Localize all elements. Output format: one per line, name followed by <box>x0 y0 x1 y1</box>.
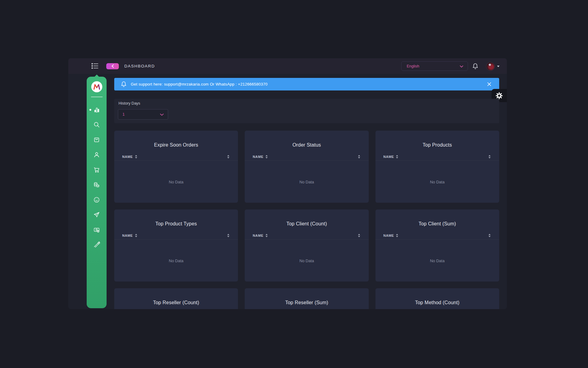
coins-icon <box>93 181 100 188</box>
card-top-product-types: Top Product Types NAME No Data <box>114 209 238 282</box>
language-value: English <box>407 64 460 68</box>
name-column-sort[interactable]: NAME <box>253 233 268 238</box>
card-title: Top Client (Sum) <box>375 209 499 227</box>
search-icon <box>93 121 100 128</box>
card-top-client-sum: Top Client (Sum) NAME No Data <box>375 209 499 282</box>
chevron-left-icon <box>111 64 114 69</box>
chevron-down-icon <box>460 63 463 69</box>
name-column-label: NAME <box>253 234 263 237</box>
value-column-sort[interactable] <box>488 155 491 159</box>
name-column-label: NAME <box>122 234 133 237</box>
sort-icon <box>488 155 491 159</box>
sort-icon <box>488 233 491 238</box>
card-title: Top Method (Count) <box>375 288 499 305</box>
name-column-sort[interactable]: NAME <box>383 233 399 238</box>
card-table-header: NAME <box>375 153 499 161</box>
sort-icon <box>227 233 230 238</box>
value-column-sort[interactable] <box>357 155 361 159</box>
user-icon <box>93 151 100 158</box>
tools-icon <box>93 241 100 248</box>
sidebar-item-dashboard[interactable] <box>87 102 107 117</box>
name-column-label: NAME <box>383 155 394 159</box>
app-logo[interactable] <box>91 81 102 92</box>
history-days-select[interactable]: 1 <box>118 109 168 120</box>
sidebar-item-finance[interactable] <box>87 177 107 192</box>
name-column-label: NAME <box>122 155 133 159</box>
sidebar-nav <box>87 102 107 252</box>
sort-icon <box>395 233 399 238</box>
send-icon <box>93 211 100 218</box>
card-order-status: Order Status NAME No Data <box>245 131 368 203</box>
history-days-label: History Days <box>119 101 495 105</box>
card-title: Top Product Types <box>114 209 238 227</box>
card-table-header: NAME <box>375 232 499 240</box>
app-window: DASHBOARD English <box>68 58 507 309</box>
card-top-products: Top Products NAME No Data <box>375 131 499 203</box>
name-column-sort[interactable]: NAME <box>383 155 399 159</box>
banner-bell-icon <box>120 81 127 88</box>
value-column-sort[interactable] <box>488 233 491 238</box>
bar-chart-icon <box>93 106 100 113</box>
chevron-down-icon <box>160 112 164 117</box>
sidebar-item-search[interactable] <box>87 117 107 132</box>
sort-icon <box>265 155 268 159</box>
name-column-label: NAME <box>253 155 263 159</box>
notifications-bell-icon[interactable] <box>472 63 479 70</box>
history-days-value: 1 <box>123 112 160 117</box>
card-table-header: NAME <box>114 232 238 240</box>
language-select[interactable]: English <box>401 61 468 71</box>
payment-icon <box>93 226 100 233</box>
banner-close-icon[interactable] <box>485 80 493 88</box>
card-title: Expire Soon Orders <box>114 131 238 148</box>
avatar <box>486 62 495 71</box>
sidebar <box>87 77 107 308</box>
cart-icon <box>93 166 100 173</box>
card-top-reseller-sum: Top Reseller (Sum) NAME No Data <box>245 288 368 309</box>
user-menu[interactable] <box>486 62 501 71</box>
card-title: Top Reseller (Sum) <box>245 288 368 305</box>
support-banner-text: Get support here: support@mrzakaria.com … <box>131 82 268 86</box>
caret-down-icon <box>497 66 499 67</box>
sort-icon <box>357 233 361 238</box>
page-title: DASHBOARD <box>124 58 155 74</box>
card-title: Top Reseller (Count) <box>114 288 238 305</box>
sidebar-item-tools[interactable] <box>87 237 107 252</box>
sidebar-item-cart[interactable] <box>87 162 107 177</box>
sidebar-item-users[interactable] <box>87 147 107 162</box>
name-column-sort[interactable]: NAME <box>122 155 138 159</box>
top-bar: DASHBOARD English <box>68 58 507 74</box>
cards-grid: Expire Soon Orders NAME No Data Order St… <box>114 131 499 309</box>
value-column-sort[interactable] <box>227 233 230 238</box>
sidebar-item-clients[interactable] <box>87 192 107 207</box>
card-top-method-count: Top Method (Count) NAME No Data <box>375 288 499 309</box>
no-data-text: No Data <box>375 180 499 184</box>
card-table-header: NAME <box>245 232 368 240</box>
sort-icon <box>134 233 138 238</box>
history-days-panel: History Days 1 <box>114 99 499 123</box>
no-data-text: No Data <box>245 259 368 263</box>
sort-icon <box>395 155 399 159</box>
name-column-sort[interactable]: NAME <box>122 233 138 238</box>
sidebar-item-messages[interactable] <box>87 207 107 222</box>
card-table-header: NAME <box>245 153 368 161</box>
card-title: Order Status <box>245 131 368 148</box>
menu-list-icon[interactable] <box>91 63 99 69</box>
name-column-label: NAME <box>383 234 394 237</box>
value-column-sort[interactable] <box>357 233 361 238</box>
sidebar-item-orders[interactable] <box>87 132 107 147</box>
name-column-sort[interactable]: NAME <box>253 155 268 159</box>
sort-icon <box>227 155 230 159</box>
support-banner: Get support here: support@mrzakaria.com … <box>114 78 499 90</box>
no-data-text: No Data <box>114 259 238 263</box>
no-data-text: No Data <box>375 259 499 263</box>
no-data-text: No Data <box>245 180 368 184</box>
card-table-header: NAME <box>114 153 238 161</box>
back-button[interactable] <box>106 63 119 69</box>
card-top-reseller-count: Top Reseller (Count) NAME No Data <box>114 288 238 309</box>
value-column-sort[interactable] <box>227 155 230 159</box>
sidebar-item-payments[interactable] <box>87 222 107 237</box>
card-expire-soon-orders: Expire Soon Orders NAME No Data <box>114 131 238 203</box>
shopping-bag-icon <box>93 136 100 143</box>
smiley-icon <box>93 196 100 203</box>
sort-icon <box>134 155 138 159</box>
